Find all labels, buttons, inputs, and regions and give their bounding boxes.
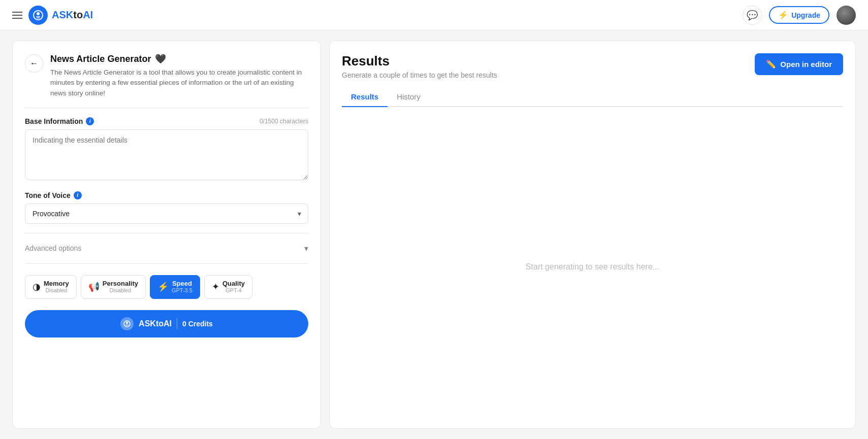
- hamburger-menu-button[interactable]: [12, 12, 22, 19]
- svg-rect-2: [36, 16, 40, 17]
- results-title: Results: [342, 53, 497, 69]
- quality-icon: ✦: [212, 281, 219, 292]
- tool-header: ← News Article Generator 🖤 The News Arti…: [25, 53, 308, 98]
- tool-info: News Article Generator 🖤 The News Articl…: [50, 53, 308, 98]
- speed-button[interactable]: ⚡ Speed GPT-3.5: [150, 275, 200, 299]
- open-in-editor-button[interactable]: ✏️ Open in editor: [755, 53, 843, 75]
- tone-select-wrapper: Provocative Neutral Formal Casual Friend…: [25, 204, 308, 224]
- memory-icon: ◑: [33, 281, 41, 292]
- quality-label: Quality: [222, 280, 245, 288]
- char-count: 0/1500 characters: [260, 118, 308, 125]
- generate-btn-logo: [120, 317, 134, 330]
- logo[interactable]: ASKtoAI: [28, 6, 93, 25]
- back-button[interactable]: ←: [25, 54, 43, 73]
- logo-text: ASKtoAI: [52, 9, 93, 21]
- svg-rect-6: [125, 325, 128, 325]
- quality-status: GPT-4: [222, 287, 245, 294]
- tab-history[interactable]: History: [388, 87, 430, 107]
- main-content: ← News Article Generator 🖤 The News Arti…: [0, 30, 868, 439]
- svg-rect-3: [37, 17, 40, 18]
- avatar[interactable]: [837, 6, 856, 25]
- quality-button[interactable]: ✦ Quality GPT-4: [204, 275, 252, 299]
- base-info-icon[interactable]: i: [86, 117, 94, 125]
- generate-btn-brand: ASKtoAI: [139, 319, 172, 328]
- memory-label: Memory: [44, 280, 69, 288]
- results-subtitle: Generate a couple of times to get the be…: [342, 71, 497, 79]
- advanced-options-toggle[interactable]: Advanced options ▾: [25, 243, 308, 254]
- svg-point-1: [37, 12, 40, 15]
- personality-button[interactable]: 📢 Personality Disabled: [81, 275, 146, 299]
- tone-of-voice-field: Tone of Voice i Provocative Neutral Form…: [25, 191, 308, 224]
- chevron-down-icon: ▾: [304, 244, 308, 253]
- personality-icon: 📢: [88, 281, 100, 292]
- base-information-textarea[interactable]: [25, 129, 308, 180]
- speed-icon: ⚡: [157, 281, 169, 292]
- tool-description: The News Article Generator is a tool tha…: [50, 67, 308, 98]
- tone-label: Tone of Voice: [25, 191, 71, 199]
- results-title-block: Results Generate a couple of times to ge…: [342, 53, 497, 79]
- bolt-icon: ⚡: [778, 10, 788, 20]
- results-header: Results Generate a couple of times to ge…: [342, 53, 843, 79]
- base-information-field: Base Information i 0/1500 characters: [25, 117, 308, 182]
- results-tabs: Results History: [342, 87, 843, 107]
- divider-1: [25, 108, 308, 108]
- memory-status: Disabled: [44, 287, 69, 294]
- header-left: ASKtoAI: [12, 6, 93, 25]
- divider-3: [25, 263, 308, 264]
- tone-label-row: Tone of Voice i: [25, 191, 308, 199]
- results-empty-state: Start generating to see results here...: [342, 117, 843, 416]
- chat-icon-button[interactable]: 💬: [743, 6, 762, 25]
- base-info-label-row: Base Information i 0/1500 characters: [25, 117, 308, 125]
- speed-status: GPT-3.5: [172, 287, 192, 294]
- upgrade-button[interactable]: ⚡ Upgrade: [769, 6, 829, 24]
- left-panel: ← News Article Generator 🖤 The News Arti…: [12, 41, 321, 429]
- base-info-label: Base Information: [25, 117, 83, 125]
- divider-2: [25, 233, 308, 233]
- personality-label: Personality: [103, 280, 138, 288]
- generate-button[interactable]: ASKtoAI 0 Credits: [25, 310, 308, 337]
- generate-btn-credits: 0 Credits: [182, 320, 213, 328]
- tone-info-icon[interactable]: i: [74, 191, 82, 199]
- tab-results[interactable]: Results: [342, 87, 388, 107]
- model-buttons-row: ◑ Memory Disabled 📢 Personality Disabled…: [25, 275, 308, 299]
- svg-point-5: [126, 321, 128, 323]
- app-header: ASKtoAI 💬 ⚡ Upgrade: [0, 0, 868, 30]
- speed-label: Speed: [172, 280, 192, 288]
- logo-icon: [28, 6, 48, 25]
- personality-status: Disabled: [103, 287, 138, 294]
- tool-title-row: News Article Generator 🖤: [50, 53, 308, 64]
- favorite-icon[interactable]: 🖤: [155, 53, 166, 64]
- advanced-options-label: Advanced options: [25, 244, 81, 252]
- memory-button[interactable]: ◑ Memory Disabled: [25, 275, 77, 299]
- right-panel: Results Generate a couple of times to ge…: [329, 41, 856, 429]
- pencil-icon: ✏️: [766, 59, 776, 69]
- generate-btn-divider: [177, 318, 177, 329]
- tool-title: News Article Generator: [50, 54, 151, 64]
- tone-of-voice-select[interactable]: Provocative Neutral Formal Casual Friend…: [25, 204, 308, 224]
- header-right: 💬 ⚡ Upgrade: [743, 6, 856, 25]
